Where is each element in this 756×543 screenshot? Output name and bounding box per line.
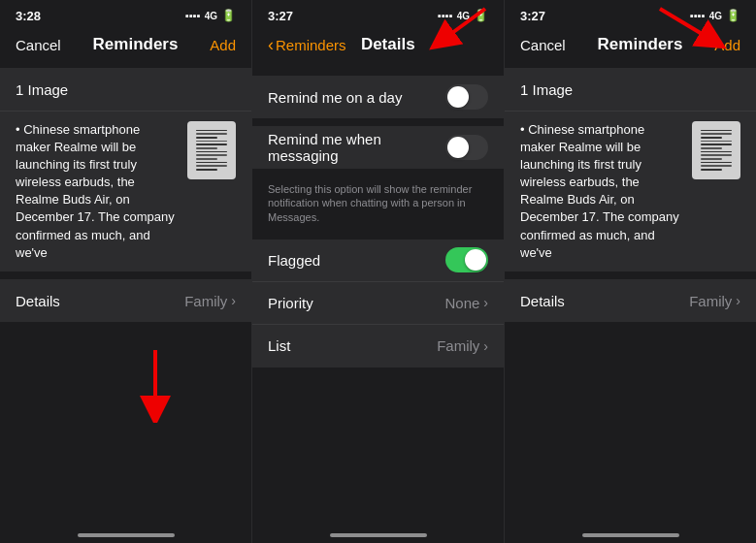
- 4g-icon-1: 4G: [205, 11, 217, 21]
- back-label-2: Reminders: [276, 37, 346, 53]
- home-bar-3: [582, 533, 679, 537]
- image-row-1: 1 Image: [0, 68, 251, 111]
- status-time-2: 3:27: [268, 9, 293, 23]
- remind-msg-label: Remind me when messaging: [268, 131, 445, 164]
- options-section: Flagged Priority None › List Family ›: [252, 240, 504, 367]
- content-1: 1 Image • Chinese smartphone maker Realm…: [0, 64, 251, 516]
- priority-value: None ›: [444, 295, 488, 311]
- 4g-icon-3: 4G: [709, 11, 722, 21]
- signal-icon-1: ▪▪▪▪: [185, 10, 201, 21]
- details-row-1[interactable]: Details Family ›: [0, 279, 251, 322]
- remind-msg-section: Remind me when messaging: [252, 126, 504, 169]
- details-row-3[interactable]: Details Family ›: [505, 279, 756, 322]
- battery-icon-3: 🔋: [726, 9, 740, 22]
- reminder-text-1: • Chinese smartphone maker Realme will b…: [16, 121, 178, 263]
- chevron-icon-1: ›: [231, 293, 236, 308]
- nav-bar-1: Cancel Reminders Add: [0, 27, 251, 64]
- panel-1: 3:28 ▪▪▪▪ 4G 🔋 Cancel Reminders Add 1 Im…: [0, 0, 252, 543]
- remind-msg-row[interactable]: Remind me when messaging: [252, 126, 504, 169]
- reminder-content-1: • Chinese smartphone maker Realme will b…: [0, 112, 251, 272]
- back-button-2[interactable]: ‹ Reminders: [268, 35, 346, 55]
- reminder-text-3: • Chinese smartphone maker Realme will b…: [520, 121, 682, 263]
- status-icons-2: ▪▪▪▪ 4G 🔋: [438, 9, 488, 22]
- reminder-content-3: • Chinese smartphone maker Realme will b…: [505, 112, 756, 272]
- panel-2: 3:27 ▪▪▪▪ 4G 🔋 ‹ Reminders Details: [252, 0, 505, 543]
- list-value: Family ›: [437, 337, 488, 354]
- add-button-3[interactable]: Add: [714, 37, 740, 53]
- remind-day-label: Remind me on a day: [268, 89, 402, 106]
- add-button-1[interactable]: Add: [210, 37, 236, 53]
- reminder-image-3: [692, 121, 740, 179]
- remind-day-section: Remind me on a day: [252, 76, 504, 118]
- home-bar-2: [330, 533, 427, 537]
- nav-title-2: Details: [361, 35, 415, 54]
- signal-icon-3: ▪▪▪▪: [690, 10, 706, 21]
- signal-icon-2: ▪▪▪▪: [438, 10, 453, 21]
- details-value-3: Family ›: [689, 293, 740, 309]
- details-label-3: Details: [520, 293, 565, 309]
- status-time-1: 3:28: [16, 9, 41, 23]
- home-indicator-3: [505, 516, 756, 543]
- bullet-1: •: [16, 122, 23, 137]
- priority-row[interactable]: Priority None ›: [252, 282, 504, 325]
- flagged-toggle[interactable]: [445, 247, 488, 272]
- flagged-label: Flagged: [268, 252, 320, 269]
- chevron-icon-3: ›: [736, 293, 740, 308]
- status-bar-3: 3:27 ▪▪▪▪ 4G 🔋: [505, 0, 756, 27]
- status-time-3: 3:27: [520, 9, 545, 23]
- toggle-knob-day: [447, 86, 469, 108]
- details-label-1: Details: [16, 293, 60, 309]
- home-indicator-2: [252, 516, 504, 543]
- flagged-row[interactable]: Flagged: [252, 240, 504, 282]
- priority-label: Priority: [268, 295, 313, 311]
- remind-day-row[interactable]: Remind me on a day: [252, 76, 504, 118]
- image-label-1: 1 Image: [16, 81, 68, 98]
- toggle-knob-msg: [447, 137, 469, 158]
- image-label-3: 1 Image: [520, 81, 573, 98]
- nav-bar-2: ‹ Reminders Details: [252, 27, 504, 64]
- status-icons-3: ▪▪▪▪ 4G 🔋: [690, 9, 740, 22]
- status-bar-1: 3:28 ▪▪▪▪ 4G 🔋: [0, 0, 251, 27]
- status-bar-2: 3:27 ▪▪▪▪ 4G 🔋: [252, 0, 504, 27]
- content-3: 1 Image • Chinese smartphone maker Realm…: [505, 64, 756, 516]
- status-icons-1: ▪▪▪▪ 4G 🔋: [185, 9, 236, 22]
- bullet-3: •: [520, 122, 528, 137]
- content-2: Remind me on a day Remind me when messag…: [252, 64, 504, 516]
- remind-day-toggle[interactable]: [445, 84, 488, 110]
- battery-icon-2: 🔋: [474, 9, 488, 22]
- list-row[interactable]: List Family ›: [252, 325, 504, 367]
- remind-msg-sublabel: Selecting this option will show the remi…: [252, 176, 504, 232]
- panel-3: 3:27 ▪▪▪▪ 4G 🔋 Cancel Reminders Add 1 Im…: [505, 0, 756, 543]
- list-label: List: [268, 337, 290, 354]
- nav-bar-3: Cancel Reminders Add: [505, 27, 756, 64]
- battery-icon-1: 🔋: [221, 9, 236, 22]
- remind-msg-toggle[interactable]: [445, 135, 488, 160]
- back-chevron-icon: ‹: [268, 35, 274, 55]
- nav-title-1: Reminders: [93, 35, 179, 54]
- reminder-image-1: [187, 121, 236, 179]
- home-indicator-1: [0, 516, 251, 543]
- priority-chevron-icon: ›: [483, 295, 488, 310]
- toggle-knob-flagged: [465, 249, 486, 271]
- image-row-3: 1 Image: [505, 68, 756, 111]
- home-bar-1: [78, 533, 175, 537]
- 4g-icon-2: 4G: [457, 11, 470, 21]
- cancel-button-3[interactable]: Cancel: [520, 37, 566, 53]
- nav-title-3: Reminders: [598, 35, 683, 54]
- details-value-1: Family ›: [184, 293, 236, 309]
- cancel-button-1[interactable]: Cancel: [16, 37, 61, 53]
- list-chevron-icon: ›: [483, 338, 488, 354]
